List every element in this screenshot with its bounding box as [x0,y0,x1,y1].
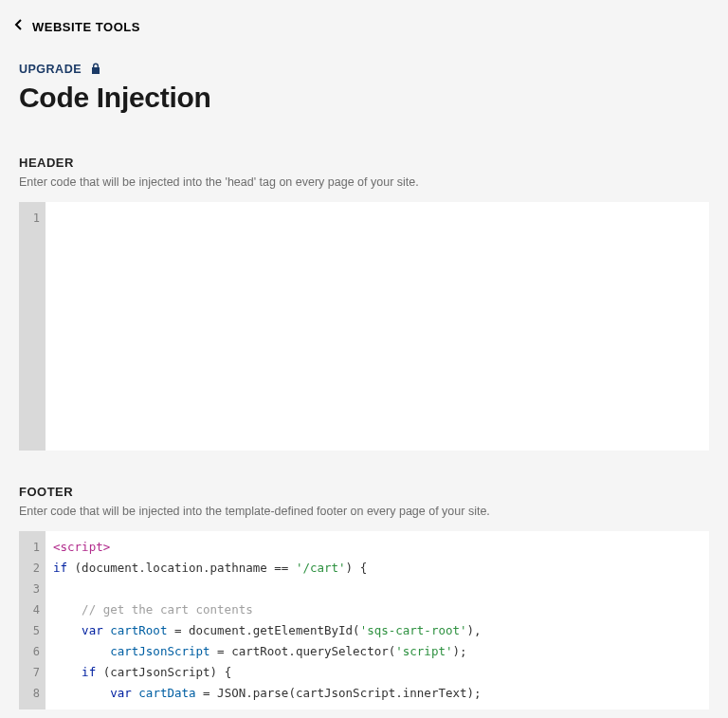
header-code-area[interactable] [46,202,709,451]
upgrade-label: UPGRADE [19,63,82,76]
topbar-title: WEBSITE TOOLS [32,20,140,34]
header-section-label: HEADER [19,156,709,170]
header-code-editor[interactable]: 1 [19,202,709,451]
back-button[interactable] [11,17,27,36]
chevron-left-icon [11,17,27,36]
footer-code-area[interactable]: <script>if (document.location.pathname =… [46,531,709,709]
lock-icon [89,62,102,75]
page-title: Code Injection [19,82,709,114]
topbar: WEBSITE TOOLS [0,0,728,53]
footer-gutter: 12345678 [19,531,46,709]
upgrade-row[interactable]: UPGRADE [19,63,709,76]
header-section-help: Enter code that will be injected into th… [19,175,709,189]
footer-section-help: Enter code that will be injected into th… [19,505,709,518]
footer-section-label: FOOTER [19,485,709,499]
header-gutter: 1 [19,202,46,451]
content: UPGRADE Code Injection HEADER Enter code… [0,53,728,709]
footer-code-editor[interactable]: 12345678 <script>if (document.location.p… [19,531,709,709]
